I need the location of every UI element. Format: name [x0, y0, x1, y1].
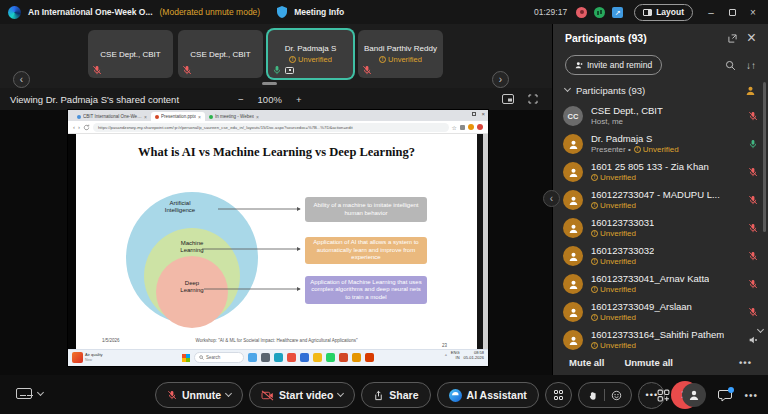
layout-apps-icon[interactable]: [657, 389, 670, 402]
mute-all-button[interactable]: Mute all: [569, 357, 604, 368]
video-thumbnail[interactable]: CSE Dept., CBIT: [88, 30, 173, 78]
windows-start-icon[interactable]: [182, 354, 190, 362]
video-thumbnail[interactable]: CSE Dept., CBIT: [178, 30, 263, 78]
taskbar-app-icon[interactable]: [300, 353, 309, 362]
refresh-icon[interactable]: [83, 124, 90, 131]
participant-row[interactable]: 160123733031 !Unverified: [553, 214, 768, 242]
browser-tab[interactable]: CBIT International One-Week Onl... ×: [73, 112, 151, 121]
participant-row[interactable]: 1601 25 805 133 - Zia Khan !Unverified: [553, 158, 768, 186]
taskbar-app-icon[interactable]: [274, 353, 283, 362]
taskbar-app-icon[interactable]: [352, 353, 361, 362]
video-thumbnail[interactable]: Bandi Parthiv Reddy !Unverified: [358, 30, 443, 78]
participant-row[interactable]: 160123733049_Arslaan !Unverified: [553, 298, 768, 326]
panel-scrollbar[interactable]: [763, 82, 766, 232]
participant-row[interactable]: CC CSE Dept., CBIT Host, me: [553, 102, 768, 130]
forward-icon[interactable]: ›: [78, 124, 80, 130]
close-button[interactable]: ×: [746, 7, 760, 18]
ai-assistant-button[interactable]: AI Assistant: [437, 382, 539, 408]
taskbar-tray[interactable]: ^ ENGIN 08:5805-01-2026: [445, 351, 484, 361]
back-icon[interactable]: ‹: [73, 124, 75, 130]
captions-icon[interactable]: [16, 388, 32, 399]
participant-name: CSE Dept., CBIT: [591, 105, 663, 117]
taskbar-app-icon[interactable]: [287, 353, 296, 362]
filmstrip-drag-handle[interactable]: [262, 82, 277, 85]
participant-row[interactable]: 160122733047 - MADUPU L... !Unverified: [553, 186, 768, 214]
participant-row[interactable]: Dr. Padmaja S Presenter • !Unverified: [553, 130, 768, 158]
video-thumbnail[interactable]: Dr. Padmaja S !Unverified: [268, 30, 353, 78]
pip-view-icon[interactable]: [502, 94, 514, 104]
unmute-button[interactable]: Unmute: [155, 382, 243, 408]
participant-mic-status: [748, 307, 758, 317]
maximize-button[interactable]: [725, 7, 739, 18]
layout-button[interactable]: Layout: [634, 4, 693, 21]
taskbar-app-icon[interactable]: [365, 353, 374, 362]
person-add-icon: [575, 61, 583, 69]
windows-taskbar: Air qualityNow Search ^ ENGIN 08:5805-01…: [68, 349, 488, 366]
meeting-info-button[interactable]: Meeting Info: [294, 7, 344, 17]
zoom-out-button[interactable]: −: [238, 94, 244, 105]
browser-maximize-icon[interactable]: [472, 112, 476, 116]
bookmark-star-icon[interactable]: ☆: [452, 124, 457, 131]
apps-button[interactable]: [545, 382, 573, 408]
browser-tab[interactable]: In meeting - Webex ×: [205, 112, 263, 121]
taskbar-app-icon[interactable]: [326, 353, 335, 362]
definition-box-ai: Ability of a machine to imitate intellig…: [305, 197, 427, 222]
fullscreen-icon[interactable]: [528, 94, 538, 104]
participants-icon: [688, 389, 700, 401]
account-avatar[interactable]: [468, 124, 474, 130]
meeting-health-icon[interactable]: [594, 7, 605, 18]
participant-avatar: [563, 218, 583, 238]
elapsed-time: 01:29:17: [534, 7, 567, 17]
tab-close-icon[interactable]: ×: [198, 114, 201, 120]
taskbar-app-icon[interactable]: [248, 353, 257, 362]
taskbar-search[interactable]: Search: [194, 352, 244, 363]
browser-profile-icon[interactable]: [477, 124, 483, 130]
browser-tab[interactable]: Presentation.pptx ×: [151, 112, 205, 121]
camera-on-icon: [285, 67, 294, 74]
close-panel-icon[interactable]: ×: [747, 29, 756, 47]
raised-hand-indicator-icon: [745, 85, 756, 96]
browser-close-icon[interactable]: ×: [481, 111, 485, 117]
zoom-in-button[interactable]: +: [296, 94, 302, 105]
audio-options-icon[interactable]: [225, 390, 232, 397]
share-screen-indicator-icon[interactable]: ↗: [612, 7, 623, 18]
presentation-area: What is AI vs Machine Learning vs Deep L…: [68, 134, 488, 349]
participants-more-icon[interactable]: •••: [739, 357, 752, 368]
taskbar-app-icon[interactable]: [339, 353, 348, 362]
share-button[interactable]: Share: [361, 382, 430, 408]
invite-and-remind-button[interactable]: Invite and remind: [565, 55, 662, 75]
video-options-icon[interactable]: [337, 390, 344, 397]
collapse-panel-button[interactable]: ‹: [543, 190, 560, 207]
filmstrip-next-button[interactable]: ›: [492, 71, 509, 88]
sort-participants-icon[interactable]: ↓↑: [746, 60, 756, 71]
minimize-button[interactable]: –: [704, 7, 718, 18]
tab-close-icon[interactable]: ×: [256, 114, 259, 120]
tab-favicon: [155, 115, 159, 119]
shared-browser-window: × CBIT International One-Week Onl... × P…: [68, 110, 488, 366]
reactions-button[interactable]: [578, 382, 632, 408]
layout-grid-icon: [643, 9, 652, 16]
record-indicator-icon[interactable]: [576, 7, 587, 18]
taskbar-app-icon[interactable]: [261, 353, 270, 362]
tray-expand-icon[interactable]: ^: [445, 353, 447, 358]
chat-toggle-button[interactable]: [718, 389, 732, 402]
weather-widget[interactable]: Air qualityNow: [72, 352, 103, 363]
participant-role: Host, me: [591, 117, 623, 127]
search-participants-icon[interactable]: [725, 60, 736, 71]
collapse-section-icon[interactable]: [564, 85, 571, 92]
popout-panel-icon[interactable]: [728, 34, 737, 43]
extensions-icon[interactable]: [460, 125, 465, 130]
start-video-button[interactable]: Start video: [249, 382, 355, 408]
taskbar-app-icon[interactable]: [313, 353, 322, 362]
participant-row[interactable]: 160123733041_Arnav Katta !Unverified: [553, 270, 768, 298]
participants-toggle-button[interactable]: [682, 383, 706, 407]
captions-options-icon[interactable]: [37, 388, 44, 395]
slide-scrollbar[interactable]: [483, 134, 488, 349]
unmute-all-button[interactable]: Unmute all: [624, 357, 673, 368]
url-field[interactable]: https://pasandzxnwy-my.sharepoint.com/:p…: [93, 123, 449, 132]
participant-name: Dr. Padmaja S: [591, 133, 679, 145]
filmstrip-previous-button[interactable]: ‹: [13, 71, 30, 88]
participant-row[interactable]: 160123733032 !Unverified: [553, 242, 768, 270]
more-panels-icon[interactable]: •••: [744, 390, 758, 401]
tab-close-icon[interactable]: ×: [144, 114, 147, 120]
